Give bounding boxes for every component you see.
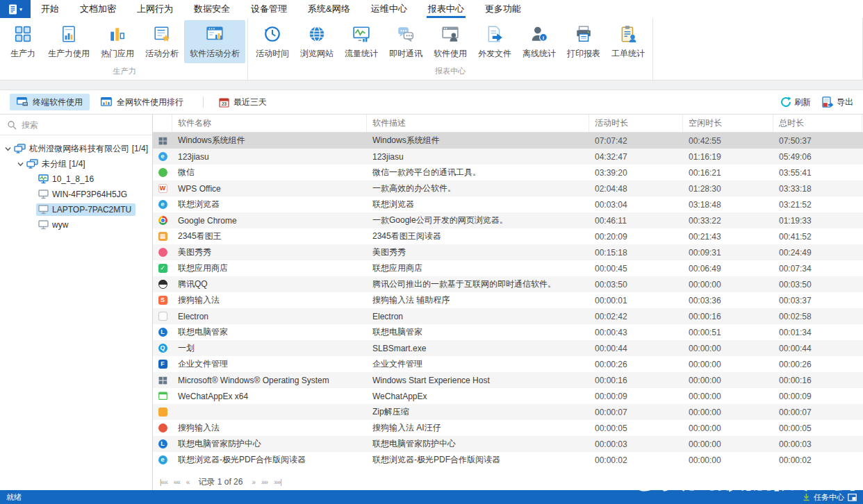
table-row[interactable]: 搜狗输入法搜狗输入法 AI汪仔00:00:0500:00:0000:00:05 [153, 420, 863, 436]
export-button[interactable]: 导出 [822, 96, 853, 108]
cell-active: 00:00:05 [589, 423, 683, 433]
app-icon [158, 312, 167, 321]
fast-next-button[interactable]: »» [261, 478, 268, 486]
refresh-label: 刷新 [794, 96, 811, 108]
app-menu-button[interactable]: ▾ [0, 0, 31, 18]
column-header-1[interactable]: 软件描述 [367, 115, 589, 132]
column-header-2[interactable]: 活动时长 [589, 115, 683, 132]
chevron-down-icon[interactable] [4, 146, 12, 151]
ribbon-button-doc-arrow[interactable]: 外发文件 [472, 20, 517, 63]
column-header-0[interactable]: 软件名称 [172, 115, 367, 132]
last-page-button[interactable]: »»| [274, 478, 281, 486]
cell-name: 搜狗输入法 [172, 422, 367, 434]
ribbon-button-monitor-wave[interactable]: 流量统计 [339, 20, 384, 63]
ribbon-button-globe[interactable]: 浏览网站 [295, 20, 339, 63]
table-row[interactable]: 微信微信一款跨平台的通讯工具。03:39:2000:16:2103:55:41 [153, 165, 863, 180]
table-row[interactable]: ElectronElectron00:02:4200:00:1600:02:58 [153, 308, 863, 324]
table-row[interactable]: L联想电脑管家联想电脑管家00:00:4300:00:5100:01:34 [153, 324, 863, 340]
cell-icon [153, 248, 172, 257]
app-icon: L [158, 439, 167, 448]
tree-node-LAPTOP-7PAC2MTU[interactable]: LAPTOP-7PAC2MTU [0, 202, 152, 217]
table-row[interactable]: e联想浏览器-极光PDF合作版阅读器联想浏览器-极光PDF合作版阅读器00:00… [153, 452, 863, 468]
table-row[interactable]: Microsoft® Windows® Operating SystemWind… [153, 372, 863, 388]
cell-idle: 00:16:21 [683, 168, 773, 178]
menubar-item-7[interactable]: 报表中心 [418, 0, 475, 18]
ribbon-button-label: 生产力使用 [48, 48, 90, 60]
export-label: 导出 [837, 96, 853, 108]
table-row[interactable]: 美图秀秀美图秀秀00:15:1800:09:3100:24:49 [153, 244, 863, 260]
table-row[interactable]: Q一划SLBSmart.exe00:00:4400:00:0000:00:44 [153, 340, 863, 356]
table-row[interactable]: ▦2345看图王2345看图王阅读器00:20:0900:21:4300:41:… [153, 228, 863, 244]
table-row[interactable]: Zip解压缩00:00:0700:00:0000:00:07 [153, 404, 863, 420]
menubar-item-4[interactable]: 设备管理 [240, 0, 297, 18]
table-row[interactable]: WWPS Office一款高效的办公软件。02:04:4801:28:3003:… [153, 180, 863, 196]
cell-idle: 00:00:00 [683, 439, 773, 449]
chevron-down-icon[interactable] [16, 162, 24, 167]
app-logo-icon [8, 4, 17, 15]
cell-name: 一划 [172, 342, 367, 354]
tree-node-杭州澄微网络科技有限公司[interactable]: 杭州澄微网络科技有限公司 [1/4] [0, 141, 152, 156]
table-row[interactable]: Google Chrome一款Google公司开发的网页浏览器。00:46:11… [153, 212, 863, 228]
ribbon-button-clock[interactable]: 活动时间 [250, 20, 295, 63]
date-range-filter[interactable]: 23 最近三天 [212, 94, 274, 110]
table-row[interactable]: WeChatAppEx x64WeChatAppEx00:00:0900:00:… [153, 388, 863, 404]
task-center-button[interactable]: 任务中心 [814, 492, 844, 503]
prev-page-button[interactable]: « [186, 478, 190, 486]
table-row[interactable]: S搜狗输入法搜狗输入法 辅助程序00:00:0100:03:3600:03:37 [153, 292, 863, 308]
view-tab-1[interactable]: 全网软件使用排行 [94, 94, 190, 110]
ribbon-button-doc-bars[interactable]: 生产力使用 [42, 20, 95, 63]
table-row[interactable]: Windows系统组件Windows系统组件07:07:4200:42:5507… [153, 133, 863, 149]
tree-node-label: LAPTOP-7PAC2MTU [52, 205, 131, 215]
column-header-3[interactable]: 空闲时长 [683, 115, 773, 132]
table-row[interactable]: ✓联想应用商店联想应用商店00:00:4500:06:4900:07:34 [153, 260, 863, 276]
tree-node-WIN-4FP3P64H5JG[interactable]: WIN-4FP3P64H5JG [0, 187, 152, 202]
ribbon-button-user-info[interactable]: i离线统计 [517, 20, 561, 63]
computer-icon [38, 220, 49, 230]
menubar-item-1[interactable]: 文档加密 [69, 0, 126, 18]
cell-desc: Zip解压缩 [367, 406, 589, 418]
ribbon-button-win-bars[interactable]: 软件活动分析 [184, 20, 245, 63]
cell-name: 美图秀秀 [172, 246, 367, 258]
column-header-4[interactable]: 总时长 [773, 115, 862, 132]
menubar-item-0[interactable]: 开始 [31, 0, 69, 18]
table-row[interactable]: F企业文件管理企业文件管理00:00:2600:00:0000:00:26 [153, 356, 863, 372]
pagination-bar: |«« «« « 记录 1 of 26 » »» »»| [153, 473, 863, 490]
first-page-button[interactable]: |«« [160, 478, 167, 486]
cell-icon [153, 392, 172, 401]
chat-icon [397, 25, 415, 45]
task-window-icon[interactable] [848, 494, 857, 501]
table-row[interactable]: e123jiasu123jiasu04:32:4701:16:1905:49:0… [153, 149, 863, 165]
ribbon-group-label: 生产力 [3, 64, 245, 80]
cell-icon: F [153, 360, 172, 369]
next-page-button[interactable]: » [252, 478, 255, 486]
ribbon-button-grid[interactable]: 生产力 [3, 20, 42, 63]
app-icon [158, 280, 167, 289]
menubar-item-5[interactable]: 系统&网络 [297, 0, 361, 18]
cell-idle: 00:00:00 [683, 423, 773, 433]
cell-icon [153, 423, 172, 432]
view-tab-0[interactable]: 终端软件使用 [10, 94, 90, 110]
table-row[interactable]: L联想电脑管家防护中心联想电脑管家防护中心00:00:0300:00:0000:… [153, 436, 863, 452]
menubar-item-3[interactable]: 数据安全 [183, 0, 240, 18]
ribbon: 生产力生产力使用热门应用活动分析软件活动分析生产力活动时间浏览网站流量统计即时通… [0, 18, 863, 80]
ribbon-button-doc-star[interactable]: 活动分析 [140, 20, 184, 63]
ribbon-button-printer[interactable]: 打印报表 [561, 20, 606, 63]
tree-node-10_1_8_16[interactable]: 10_1_8_16 [0, 171, 152, 187]
menubar-item-8[interactable]: 更多功能 [475, 0, 532, 18]
cell-idle: 00:00:00 [683, 392, 773, 401]
menubar-item-6[interactable]: 运维中心 [361, 0, 418, 18]
search-input[interactable] [22, 120, 145, 130]
fast-prev-button[interactable]: «« [174, 478, 180, 486]
menubar-item-2[interactable]: 上网行为 [126, 0, 183, 18]
table-row[interactable]: e联想浏览器联想浏览器00:03:0403:18:4803:21:52 [153, 196, 863, 212]
ribbon-button-clipboard-user[interactable]: 工单统计 [606, 20, 650, 63]
view-tab-label: 全网软件使用排行 [117, 96, 183, 108]
tree-node-未分组[interactable]: 未分组 [1/4] [0, 156, 152, 171]
refresh-button[interactable]: 刷新 [780, 96, 811, 108]
ribbon-button-win-user[interactable]: 软件使用 [428, 20, 472, 63]
ribbon-button-bars[interactable]: 热门应用 [95, 20, 140, 63]
ribbon-button-chat[interactable]: 即时通讯 [384, 20, 428, 63]
tree-node-wyw[interactable]: wyw [0, 217, 152, 233]
cell-icon [153, 280, 172, 289]
table-row[interactable]: 腾讯QQ腾讯公司推出的一款基于互联网的即时通信软件。00:03:5000:00:… [153, 276, 863, 292]
